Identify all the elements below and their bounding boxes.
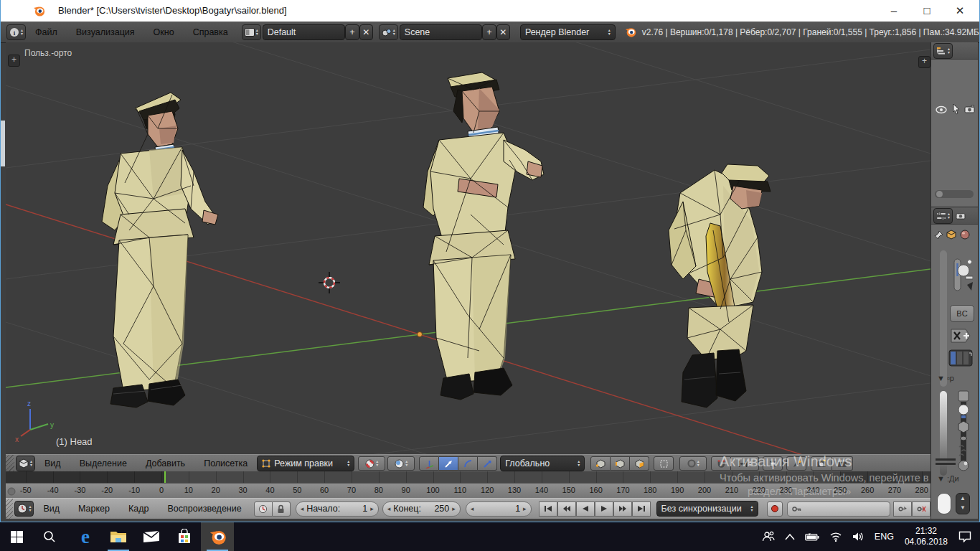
timeline-view-menu[interactable]: Вид [34,504,69,514]
sailor-model-left[interactable] [102,93,218,408]
limit-visible-button[interactable] [654,456,674,471]
menu-help[interactable]: Справка [184,27,237,37]
people-tray-icon[interactable] [757,522,780,551]
properties-vscrollbar[interactable] [940,250,947,387]
delete-layout-button[interactable]: ✕ [359,24,373,40]
add-layout-button[interactable]: + [345,24,359,40]
add-modifier-icon[interactable] [951,258,973,301]
frame-end-field[interactable]: ◂ Конец: 250 ▸ [382,501,461,517]
select-menu[interactable]: Выделение [70,458,136,468]
properties-vscrollbar-2[interactable] [940,391,947,476]
region-expand-right-button[interactable]: + [918,56,930,68]
mail-taskbar-icon[interactable] [135,522,168,551]
resize-grip[interactable] [6,455,14,472]
value-slider-pill[interactable] [937,493,951,514]
outliner-hscrollbar[interactable] [935,190,974,198]
editor-type-timeline-button[interactable]: ▴▾ [14,501,34,517]
stepper-buttons[interactable]: ▲▼ [956,493,970,514]
sailor-model-right[interactable] [669,164,771,408]
file-explorer-taskbar-icon[interactable] [102,522,135,551]
current-frame-marker[interactable] [164,471,166,483]
tab-icons-column[interactable] [956,390,971,477]
menu-render[interactable]: Визуализация [67,27,144,37]
frame-start-field[interactable]: ◂ Начало: 1 ▸ [296,501,379,517]
decrement-arrow-icon[interactable]: ◂ [387,505,391,512]
language-indicator[interactable]: ENG [870,532,899,542]
editor-type-info-button[interactable]: i ▴▾ [6,24,26,40]
timeline-frame-menu[interactable]: Кадр [119,504,158,514]
scene-field[interactable]: Scene [400,24,483,40]
editor-type-outliner-button[interactable]: ▴▾ [933,43,953,59]
mesh-menu[interactable]: Полисетка [194,458,257,468]
lock-time-button[interactable] [273,501,291,517]
x-plus-button[interactable] [950,326,971,345]
auto-keyframe-button[interactable] [767,501,783,517]
minimize-button[interactable]: – [882,1,906,20]
mode-dropdown[interactable]: Режим правки ▴▾ [257,456,354,471]
manipulator-translate-button[interactable] [439,456,458,471]
increment-arrow-icon[interactable]: ▸ [523,505,527,512]
object-origin-dot[interactable] [418,332,423,337]
screen-layout-field[interactable]: Default [263,24,346,40]
cursor-3d[interactable] [319,272,340,293]
selectability-cursor-icon[interactable] [952,103,961,115]
object-tab-cube-icon[interactable] [946,230,956,240]
delete-scene-button[interactable]: ✕ [496,24,510,40]
viewport-shading-dropdown[interactable]: ▴▾ [358,456,385,471]
material-tab-sphere-icon[interactable] [960,230,970,240]
menu-window[interactable]: Окно [144,27,184,37]
jump-to-end-button[interactable] [632,501,651,517]
play-reverse-button[interactable] [576,501,595,517]
action-center-icon[interactable] [953,522,980,551]
screen-layout-icon-button[interactable]: ▴▾ [242,24,261,40]
visibility-eye-icon[interactable] [936,105,947,114]
manipulator-toggle-button[interactable] [419,456,439,471]
orientation-dropdown[interactable]: Глобально ▴▾ [500,456,585,471]
battery-tray-icon[interactable] [800,522,824,551]
viewport-canvas[interactable]: z y x [6,42,930,454]
editor-type-properties-button[interactable]: ▴▾ [933,208,953,224]
proportional-edit-dropdown[interactable]: ▴▾ [679,456,707,471]
edge-select-button[interactable] [611,456,630,471]
keying-set-field[interactable] [787,501,890,517]
decrement-arrow-icon[interactable]: ◂ [301,505,304,512]
vertex-select-button[interactable] [590,456,611,471]
blender-taskbar-icon[interactable] [201,522,234,551]
render-engine-dropdown[interactable]: Рендер Blender ▴▾ [520,24,616,40]
jump-to-start-button[interactable] [539,501,557,517]
renderability-camera-icon[interactable] [964,105,975,113]
delete-keyframe-button[interactable] [912,501,930,517]
add-scene-button[interactable]: + [482,24,496,40]
prev-keyframe-button[interactable] [557,501,576,517]
resize-grip[interactable] [6,499,13,519]
uv-texture-bars-icon[interactable] [948,349,973,367]
menu-file[interactable]: Файл [26,27,67,37]
insert-keyframe-button[interactable] [893,501,912,517]
manipulator-rotate-button[interactable] [458,456,478,471]
sync-dropdown[interactable]: Без синхронизации ▴▾ [656,501,758,517]
editor-type-3dview-button[interactable]: ▴▾ [16,456,35,471]
region-expand-left-button[interactable]: + [8,55,20,67]
viewport-3d[interactable]: z y x Польз.-орто (1) Head + + [6,42,930,454]
volume-tray-icon[interactable] [847,522,870,551]
render-tab-camera-icon[interactable] [956,212,966,220]
pin-icon[interactable] [934,230,943,240]
wifi-tray-icon[interactable] [824,522,847,551]
timeline-marker-menu[interactable]: Маркер [69,504,119,514]
timeline-playback-menu[interactable]: Воспроизведение [158,504,250,514]
scrollbar-knob[interactable] [936,191,943,197]
tray-overflow-chevron-icon[interactable] [780,522,800,551]
decrement-arrow-icon[interactable]: ◂ [471,505,474,512]
increment-arrow-icon[interactable]: ▸ [452,505,456,512]
pivot-dropdown[interactable]: ▴▾ [387,456,415,471]
collapsed-panel-top-label[interactable]: ▼ ▫p [937,374,954,382]
edge-taskbar-icon[interactable]: e [69,522,102,551]
current-frame-field[interactable]: ◂ 1 ▸ [466,501,532,517]
add-menu[interactable]: Добавить [136,458,194,468]
increment-arrow-icon[interactable]: ▸ [370,505,374,512]
maximize-button[interactable]: □ [915,1,939,20]
sailor-model-center[interactable] [423,72,544,400]
clock[interactable]: 21:32 04.06.2018 [899,526,953,547]
next-keyframe-button[interactable] [613,501,632,517]
play-button[interactable] [595,501,613,517]
